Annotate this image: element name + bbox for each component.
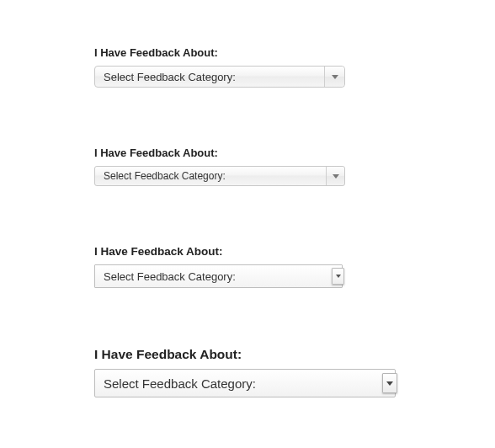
feedback-group-3: I Have Feedback About: Select Feedback C…: [94, 245, 495, 288]
chevron-down-icon: [326, 167, 344, 185]
feedback-label: I Have Feedback About:: [94, 245, 495, 258]
feedback-category-select[interactable]: Select Feedback Category:: [94, 264, 343, 288]
feedback-group-1: I Have Feedback About: Select Feedback C…: [94, 46, 495, 88]
chevron-down-icon: [382, 373, 397, 393]
select-value: Select Feedback Category:: [95, 376, 382, 391]
select-value: Select Feedback Category:: [95, 71, 324, 83]
feedback-group-2: I Have Feedback About: Select Feedback C…: [94, 147, 495, 186]
feedback-group-4: I Have Feedback About: Select Feedback C…: [94, 347, 495, 397]
feedback-label: I Have Feedback About:: [94, 147, 495, 159]
feedback-label: I Have Feedback About:: [94, 46, 495, 59]
form-container: I Have Feedback About: Select Feedback C…: [0, 0, 495, 397]
feedback-category-select[interactable]: Select Feedback Category:: [94, 66, 345, 88]
select-value: Select Feedback Category:: [95, 170, 326, 182]
chevron-down-icon: [324, 67, 344, 87]
feedback-category-select[interactable]: Select Feedback Category:: [94, 369, 396, 397]
chevron-down-icon: [332, 268, 344, 285]
select-value: Select Feedback Category:: [95, 270, 332, 283]
feedback-category-select[interactable]: Select Feedback Category:: [94, 166, 345, 186]
feedback-label: I Have Feedback About:: [94, 347, 495, 362]
